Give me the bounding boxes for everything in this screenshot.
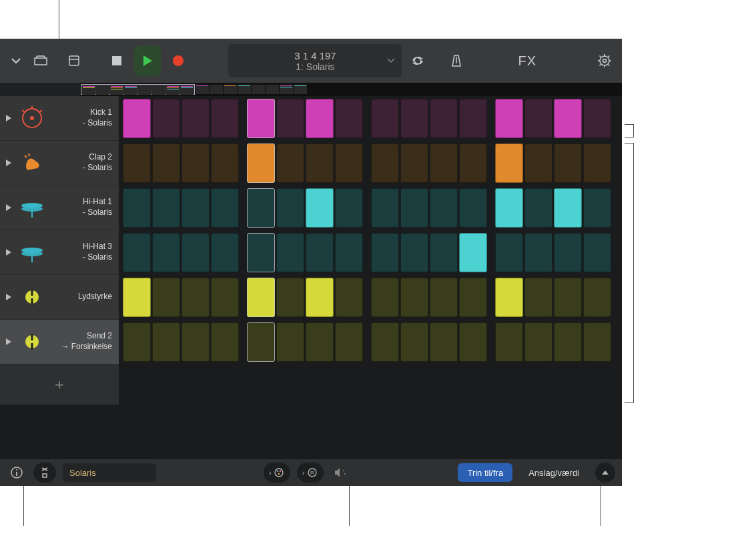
lcd-display[interactable]: 3 1 4 197 1: Solaris — [228, 44, 402, 77]
step-cell[interactable] — [152, 99, 180, 138]
step-cell[interactable] — [495, 188, 523, 228]
settings-gear-icon[interactable] — [593, 49, 617, 73]
pattern-select[interactable]: Solaris — [63, 463, 156, 482]
color-route-button[interactable]: › — [264, 463, 290, 483]
step-cell[interactable] — [181, 188, 210, 228]
step-cell[interactable] — [123, 233, 151, 272]
step-cell[interactable] — [554, 322, 582, 362]
row-play-icon[interactable] — [4, 248, 13, 257]
step-cell[interactable] — [495, 233, 523, 272]
step-cell[interactable] — [400, 322, 428, 362]
step-cell[interactable] — [123, 99, 151, 138]
step-cell[interactable] — [152, 322, 180, 362]
step-cell[interactable] — [459, 322, 487, 362]
step-cell[interactable] — [247, 322, 275, 362]
step-cell[interactable] — [211, 144, 239, 183]
kit-button[interactable] — [33, 463, 56, 483]
step-cell[interactable] — [335, 322, 363, 362]
step-cell[interactable] — [583, 322, 611, 362]
step-cell[interactable] — [123, 278, 151, 317]
step-cell[interactable] — [276, 144, 304, 183]
step-cell[interactable] — [524, 278, 552, 317]
step-cell[interactable] — [181, 144, 210, 183]
step-cell[interactable] — [524, 188, 552, 228]
row-play-icon[interactable] — [4, 292, 13, 302]
velocity-value-button[interactable]: Anslag/værdi — [519, 463, 589, 482]
step-cell[interactable] — [583, 188, 611, 228]
step-cell[interactable] — [276, 278, 304, 317]
step-cell[interactable] — [371, 99, 399, 138]
step-cell[interactable] — [495, 144, 523, 183]
step-cell[interactable] — [430, 322, 458, 362]
step-cell[interactable] — [152, 233, 180, 272]
step-cell[interactable] — [430, 233, 458, 272]
step-cell[interactable] — [371, 144, 399, 183]
step-cell[interactable] — [335, 278, 363, 317]
row-header[interactable]: Send 2→ Forsinkelse — [0, 320, 119, 364]
step-cell[interactable] — [247, 188, 275, 228]
step-cell[interactable] — [152, 144, 180, 183]
step-cell[interactable] — [276, 99, 304, 138]
step-cell[interactable] — [583, 99, 611, 138]
step-cell[interactable] — [554, 188, 582, 228]
add-row-button[interactable]: ＋ — [52, 374, 67, 394]
row-play-icon[interactable] — [4, 113, 13, 123]
step-cell[interactable] — [554, 99, 582, 138]
fx-button[interactable]: FX — [518, 53, 536, 69]
step-cell[interactable] — [430, 278, 458, 317]
loop-button[interactable] — [406, 49, 430, 73]
step-cell[interactable] — [335, 99, 363, 138]
step-cell[interactable] — [211, 233, 239, 272]
step-cell[interactable] — [247, 99, 275, 138]
menu-chevron-button[interactable] — [5, 49, 26, 73]
step-cell[interactable] — [306, 144, 334, 183]
step-cell[interactable] — [335, 188, 363, 228]
step-cell[interactable] — [583, 144, 611, 183]
view-icon[interactable] — [63, 49, 84, 73]
row-header[interactable]: Clap 2- Solaris — [0, 141, 119, 186]
step-cell[interactable] — [554, 144, 582, 183]
step-cell[interactable] — [211, 188, 239, 228]
row-play-icon[interactable] — [4, 158, 13, 168]
step-cell[interactable] — [276, 233, 304, 272]
step-cell[interactable] — [459, 144, 487, 183]
row-header[interactable]: Kick 1- Solaris — [0, 96, 119, 141]
step-cell[interactable] — [335, 233, 363, 272]
step-cell[interactable] — [181, 233, 210, 272]
step-cell[interactable] — [181, 99, 210, 138]
step-cell[interactable] — [371, 278, 399, 317]
step-cell[interactable] — [400, 99, 428, 138]
step-cell[interactable] — [247, 233, 275, 272]
step-cell[interactable] — [583, 233, 611, 272]
step-cell[interactable] — [152, 278, 180, 317]
preview-speaker-button[interactable] — [330, 463, 350, 483]
step-cell[interactable] — [524, 322, 552, 362]
step-cell[interactable] — [276, 322, 304, 362]
row-header[interactable]: Lydstyrke — [0, 275, 119, 320]
step-toggle-button[interactable]: Trin til/fra — [458, 463, 512, 482]
step-cell[interactable] — [247, 144, 275, 183]
step-cell[interactable] — [335, 144, 363, 183]
step-cell[interactable] — [276, 188, 304, 228]
step-cell[interactable] — [306, 322, 334, 362]
step-cell[interactable] — [123, 144, 151, 183]
step-cell[interactable] — [306, 233, 334, 272]
step-cell[interactable] — [495, 322, 523, 362]
metronome-button[interactable] — [444, 49, 468, 73]
collapse-up-button[interactable] — [595, 463, 615, 483]
step-cell[interactable] — [400, 278, 428, 317]
step-cell[interactable] — [430, 144, 458, 183]
step-cell[interactable] — [371, 233, 399, 272]
row-play-icon[interactable] — [4, 337, 13, 346]
step-cell[interactable] — [211, 322, 239, 362]
step-cell[interactable] — [306, 188, 334, 228]
step-cell[interactable] — [524, 233, 552, 272]
repeat-route-button[interactable]: ›R — [297, 463, 324, 483]
step-cell[interactable] — [524, 99, 552, 138]
step-cell[interactable] — [306, 278, 334, 317]
step-cell[interactable] — [211, 278, 239, 317]
step-cell[interactable] — [524, 144, 552, 183]
step-cell[interactable] — [554, 233, 582, 272]
row-header[interactable]: Hi-Hat 1- Solaris — [0, 186, 119, 230]
library-icon[interactable] — [30, 49, 51, 73]
